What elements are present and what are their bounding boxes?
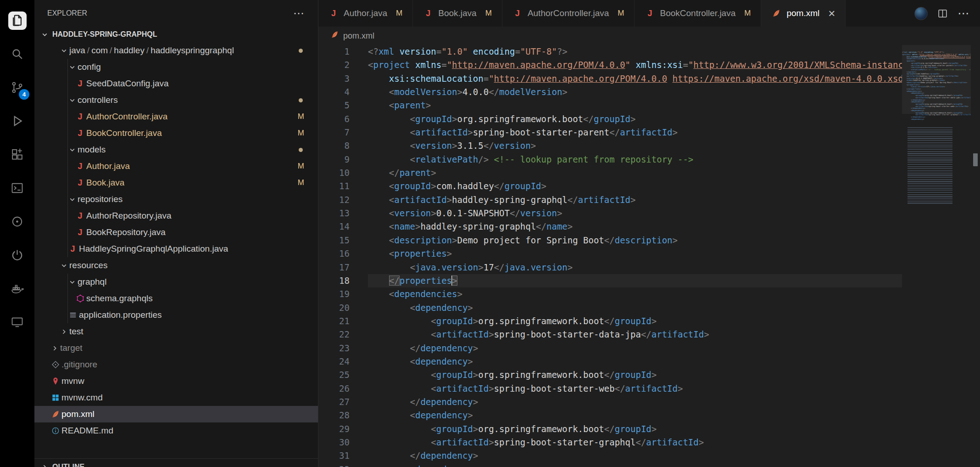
tree-item-pom.xml[interactable]: pom.xml (34, 406, 318, 422)
tree-item-mvnw.cmd[interactable]: mvnw.cmd (34, 389, 318, 406)
gutter[interactable]: 1234567891011121314151617181920212223242… (318, 45, 368, 467)
tree-item-graphql[interactable]: graphql (34, 274, 318, 290)
tab-AuthorController.java[interactable]: JAuthorController.javaM (502, 0, 635, 27)
line-number-25[interactable]: 25 (318, 368, 350, 382)
more-actions-icon[interactable]: ⋯ (958, 6, 970, 21)
line-number-5[interactable]: 5 (318, 99, 350, 112)
activity-source-control[interactable]: 4 (0, 71, 34, 104)
code-line-18[interactable]: </properties> (368, 274, 902, 287)
tree-item-BookController.java[interactable]: JBookController.javaM (34, 125, 318, 141)
code-line-16[interactable]: <properties> (368, 247, 902, 260)
activity-files[interactable] (0, 4, 34, 37)
code-line-19[interactable]: <dependencies> (368, 287, 902, 301)
line-number-24[interactable]: 24 (318, 355, 350, 368)
code-line-8[interactable]: <version>3.1.5</version> (368, 139, 902, 152)
tree-item-AuthorRepository.java[interactable]: JAuthorRepository.java (34, 208, 318, 224)
line-number-16[interactable]: 16 (318, 247, 350, 260)
code-line-25[interactable]: <groupId>org.springframework.boot</group… (368, 368, 902, 382)
line-number-29[interactable]: 29 (318, 422, 350, 436)
tree-item-test[interactable]: test (34, 323, 318, 340)
minimap[interactable]: <?xml version="1.0" encoding="UTF-8"?><p… (902, 45, 971, 467)
code-line-11[interactable]: <groupId>com.haddley</groupId> (368, 180, 902, 193)
line-number-30[interactable]: 30 (318, 436, 350, 449)
sidebar-more-icon[interactable]: ⋯ (293, 11, 305, 16)
tree-item-controllers[interactable]: controllers (34, 92, 318, 108)
tree-item-.gitignore[interactable]: .gitignore (34, 356, 318, 373)
code-line-1[interactable]: <?xml version="1.0" encoding="UTF-8"?> (368, 45, 902, 58)
activity-remote[interactable] (0, 305, 34, 339)
code-line-17[interactable]: <java.version>17</java.version> (368, 261, 902, 274)
project-section-header[interactable]: HADDLEY-SPRING-GRAPHQL (34, 27, 318, 42)
line-number-31[interactable]: 31 (318, 449, 350, 462)
line-number-18[interactable]: 18 (318, 274, 350, 287)
split-editor-icon[interactable] (937, 8, 948, 19)
code-line-32[interactable]: <dependency> (368, 463, 902, 467)
outline-section-header[interactable]: OUTLINE (34, 458, 318, 467)
code-line-27[interactable]: </dependency> (368, 395, 902, 409)
line-number-32[interactable]: 32 (318, 463, 350, 467)
activity-circle[interactable] (0, 205, 34, 238)
tree-item-Author.java[interactable]: JAuthor.javaM (34, 158, 318, 174)
code-line-29[interactable]: <groupId>org.springframework.boot</group… (368, 422, 902, 436)
tree-item-SeedDataConfig.java[interactable]: JSeedDataConfig.java (34, 75, 318, 92)
line-number-10[interactable]: 10 (318, 166, 350, 180)
code-line-13[interactable]: <version>0.0.1-SNAPSHOT</version> (368, 207, 902, 220)
code-line-2[interactable]: <project xmlns="http://maven.apache.org/… (368, 58, 902, 72)
code-line-9[interactable]: <relativePath/> <!-- lookup parent from … (368, 153, 902, 166)
close-icon[interactable]: × (828, 9, 835, 17)
code-line-22[interactable]: <artifactId>spring-boot-starter-data-jpa… (368, 328, 902, 341)
code-line-30[interactable]: <artifactId>spring-boot-starter-graphql<… (368, 436, 902, 449)
tree-item-README.md[interactable]: README.md (34, 422, 318, 439)
tree-item-mvnw[interactable]: mvnw (34, 373, 318, 389)
line-number-17[interactable]: 17 (318, 261, 350, 274)
tree-item-repositories[interactable]: repositories (34, 191, 318, 208)
line-number-9[interactable]: 9 (318, 153, 350, 166)
tab-pom.xml[interactable]: pom.xml× (761, 0, 846, 27)
line-number-13[interactable]: 13 (318, 207, 350, 220)
code-line-14[interactable]: <name>haddley-spring-graphql</name> (368, 220, 902, 233)
code-line-21[interactable]: <groupId>org.springframework.boot</group… (368, 315, 902, 328)
line-number-4[interactable]: 4 (318, 85, 350, 99)
line-number-6[interactable]: 6 (318, 113, 350, 126)
code-line-26[interactable]: <artifactId>spring-boot-starter-web</art… (368, 382, 902, 395)
code-line-24[interactable]: <dependency> (368, 355, 902, 368)
tree-item-HaddleySpringGraphqlApplication.java[interactable]: JHaddleySpringGraphqlApplication.java (34, 241, 318, 257)
line-number-20[interactable]: 20 (318, 301, 350, 315)
tree-item-resources[interactable]: resources (34, 257, 318, 274)
tab-Book.java[interactable]: JBook.javaM (413, 0, 502, 27)
line-number-28[interactable]: 28 (318, 409, 350, 422)
activity-search[interactable] (0, 37, 34, 71)
line-number-15[interactable]: 15 (318, 234, 350, 247)
code-line-6[interactable]: <groupId>org.springframework.boot</group… (368, 113, 902, 126)
line-number-21[interactable]: 21 (318, 315, 350, 328)
activity-extensions[interactable] (0, 138, 34, 171)
code-line-23[interactable]: </dependency> (368, 342, 902, 355)
line-number-7[interactable]: 7 (318, 126, 350, 139)
tree-item-config[interactable]: config (34, 59, 318, 75)
code-line-12[interactable]: <artifactId>haddley-spring-graphql</arti… (368, 193, 902, 207)
code-line-28[interactable]: <dependency> (368, 409, 902, 422)
tab-Author.java[interactable]: JAuthor.javaM (318, 0, 413, 27)
line-number-19[interactable]: 19 (318, 287, 350, 301)
tree-item-Book.java[interactable]: JBook.javaM (34, 174, 318, 191)
tree-item-schema.graphqls[interactable]: schema.graphqls (34, 290, 318, 307)
tree-item-application.properties[interactable]: application.properties (34, 307, 318, 323)
code-line-4[interactable]: <modelVersion>4.0.0</modelVersion> (368, 85, 902, 99)
code-line-31[interactable]: </dependency> (368, 449, 902, 462)
scrollbar[interactable] (971, 45, 980, 467)
code-line-3[interactable]: xsi:schemaLocation="http://maven.apache.… (368, 72, 902, 85)
line-number-27[interactable]: 27 (318, 395, 350, 409)
activity-run-debug[interactable] (0, 104, 34, 138)
code-line-7[interactable]: <artifactId>spring-boot-starter-parent</… (368, 126, 902, 139)
activity-terminal[interactable] (0, 171, 34, 205)
tree-item-java/com/haddley/haddleyspringgraphql[interactable]: java/com/haddley/haddleyspringgraphql (34, 42, 318, 59)
code-line-5[interactable]: <parent> (368, 99, 902, 112)
tree-item-target[interactable]: target (34, 340, 318, 356)
line-number-11[interactable]: 11 (318, 180, 350, 193)
line-number-8[interactable]: 8 (318, 139, 350, 152)
breadcrumb[interactable]: pom.xml (318, 27, 980, 45)
activity-power[interactable] (0, 238, 34, 272)
code-line-15[interactable]: <description>Demo project for Spring Boo… (368, 234, 902, 247)
tree-item-models[interactable]: models (34, 141, 318, 158)
line-number-2[interactable]: 2 (318, 58, 350, 72)
